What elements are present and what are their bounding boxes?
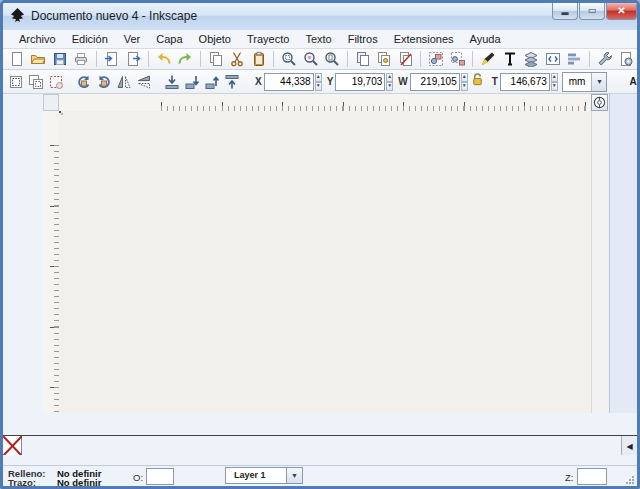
field-x-spinner-up[interactable]: ▲ <box>315 73 322 82</box>
zoom-page-icon <box>324 51 340 67</box>
preferences-button[interactable] <box>595 49 615 69</box>
cms-adjust-button[interactable] <box>591 94 608 111</box>
palette-scrollbar[interactable] <box>3 455 637 465</box>
raise-button[interactable] <box>203 72 221 92</box>
field-w-spinner[interactable]: ▲▼ <box>461 73 468 91</box>
field-w-spinner-up[interactable]: ▲ <box>461 73 468 82</box>
vertical-scrollbar[interactable] <box>591 111 608 413</box>
field-w-spinner-down[interactable]: ▼ <box>461 82 468 91</box>
lock-ratio-toggle[interactable] <box>470 72 485 91</box>
canvas[interactable] <box>59 111 591 413</box>
selected-image-object[interactable] <box>59 111 61 113</box>
field-x[interactable] <box>264 73 314 91</box>
current-layer-selector[interactable]: Layer 1 ▼ <box>225 467 303 484</box>
layers-dialog-icon <box>523 51 539 67</box>
titlebar[interactable]: Documento nuevo 4 - Inkscape ▂ ▭ ✕ <box>3 3 637 31</box>
field-t-spinner-down[interactable]: ▼ <box>551 82 558 91</box>
menu-capa[interactable]: Capa <box>148 31 190 47</box>
vertical-ruler[interactable] <box>43 111 60 413</box>
field-t-spinner[interactable]: ▲▼ <box>551 73 558 91</box>
deselect-button[interactable] <box>47 72 65 92</box>
field-y[interactable] <box>335 73 385 91</box>
duplicate-button[interactable] <box>353 49 373 69</box>
field-y-spinner[interactable]: ▲▼ <box>386 73 393 91</box>
menu-trayecto[interactable]: Trayecto <box>239 31 297 47</box>
layer-dropdown-arrow[interactable]: ▼ <box>287 467 303 484</box>
rotate-cw-button[interactable] <box>95 72 113 92</box>
layer-name[interactable]: Layer 1 <box>225 467 287 484</box>
redo-button[interactable] <box>175 49 195 69</box>
rotate-ccw-button[interactable] <box>75 72 93 92</box>
group-button[interactable] <box>426 49 446 69</box>
select-all-layers-icon <box>28 74 44 90</box>
document-save-button[interactable] <box>50 49 70 69</box>
cut-button[interactable] <box>227 49 247 69</box>
fill-stroke-dialog-button[interactable] <box>478 49 498 69</box>
opacity-field[interactable] <box>146 468 174 485</box>
unlink-clone-button[interactable] <box>396 49 416 69</box>
import-button[interactable] <box>102 49 122 69</box>
no-color-swatch[interactable] <box>3 436 22 456</box>
palette-more-button[interactable]: ◀ <box>621 436 637 456</box>
window-title: Documento nuevo 4 - Inkscape <box>31 9 197 23</box>
flip-vertical-button[interactable] <box>135 72 153 92</box>
field-label-y: Y <box>327 76 334 87</box>
flip-vertical-icon <box>136 74 152 90</box>
menu-edición[interactable]: Edición <box>64 31 116 47</box>
unit-selector[interactable]: mm▼ <box>562 72 608 92</box>
zoom-selection-icon <box>281 51 297 67</box>
lower-button[interactable] <box>183 72 201 92</box>
xml-editor-button[interactable] <box>543 49 563 69</box>
zoom-selection-button[interactable] <box>279 49 299 69</box>
field-y-spinner-up[interactable]: ▲ <box>386 73 393 82</box>
paste-button[interactable] <box>249 49 269 69</box>
lower-to-bottom-button[interactable] <box>163 72 181 92</box>
menu-extensiones[interactable]: Extensiones <box>386 31 462 47</box>
field-t-spinner-up[interactable]: ▲ <box>551 73 558 82</box>
layers-dialog-button[interactable] <box>521 49 541 69</box>
flip-horizontal-button[interactable] <box>115 72 133 92</box>
document-print-button[interactable] <box>72 49 92 69</box>
align-dialog-button[interactable] <box>564 49 584 69</box>
stroke-value[interactable]: No definir <box>57 477 101 488</box>
field-x-spinner-down[interactable]: ▼ <box>315 82 322 91</box>
ungroup-button[interactable] <box>448 49 468 69</box>
field-w[interactable] <box>410 73 460 91</box>
menu-archivo[interactable]: Archivo <box>11 31 64 47</box>
menu-objeto[interactable]: Objeto <box>191 31 239 47</box>
horizontal-ruler[interactable] <box>59 94 591 112</box>
clone-button[interactable] <box>374 49 394 69</box>
close-button[interactable]: ✕ <box>606 3 637 20</box>
minimize-button[interactable]: ▂ <box>552 3 578 20</box>
document-open-button[interactable] <box>29 49 49 69</box>
rotate-cw-icon <box>96 74 112 90</box>
group-icon <box>428 51 444 67</box>
raise-to-top-button[interactable] <box>223 72 241 92</box>
inkscape-logo-icon <box>10 8 25 23</box>
text-dialog-button[interactable] <box>500 49 520 69</box>
field-t[interactable] <box>500 73 550 91</box>
select-all-layers-button[interactable] <box>27 72 45 92</box>
menu-ayuda[interactable]: Ayuda <box>462 31 509 47</box>
menu-texto[interactable]: Texto <box>297 31 339 47</box>
field-y-spinner-down[interactable]: ▼ <box>386 82 393 91</box>
export-button[interactable] <box>124 49 144 69</box>
document-properties-button[interactable] <box>616 49 636 69</box>
paste-icon <box>251 51 267 67</box>
zoom-page-button[interactable] <box>322 49 342 69</box>
field-x-spinner[interactable]: ▲▼ <box>315 73 322 91</box>
select-all-button[interactable] <box>7 72 25 92</box>
zoom-field[interactable] <box>577 468 607 485</box>
unit-dropdown-arrow[interactable]: ▼ <box>591 73 606 91</box>
copy-button[interactable] <box>206 49 226 69</box>
undo-button[interactable] <box>154 49 174 69</box>
menu-filtros[interactable]: Filtros <box>340 31 386 47</box>
zoom-drawing-button[interactable] <box>301 49 321 69</box>
document-new-button[interactable] <box>7 49 27 69</box>
toolbar-separator <box>347 51 348 67</box>
menu-ver[interactable]: Ver <box>116 31 149 47</box>
inkscape-window: Documento nuevo 4 - Inkscape ▂ ▭ ✕ Archi… <box>0 0 640 489</box>
resize-grip[interactable] <box>625 475 635 485</box>
maximize-button[interactable]: ▭ <box>579 3 605 20</box>
raise-to-top-icon <box>224 74 240 90</box>
